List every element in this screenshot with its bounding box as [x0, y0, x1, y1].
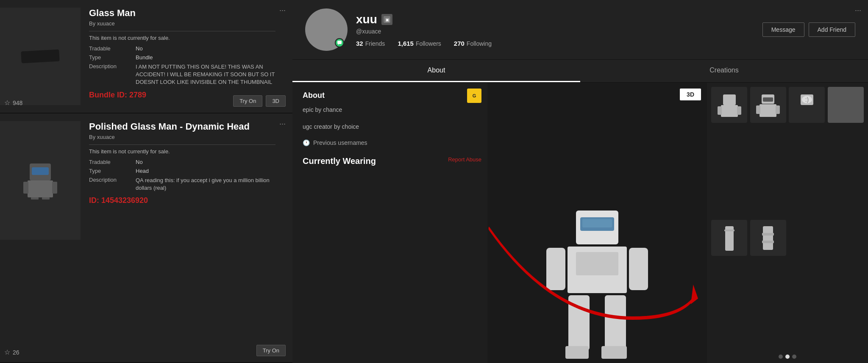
wearing-item-1-svg: [717, 92, 742, 118]
profile-handle: @xuuace: [356, 28, 754, 35]
left-panel: ··· Glass Man By xuuace This item is not…: [0, 0, 292, 363]
chat-icon: [337, 40, 342, 45]
polished-star-icon: ☆: [4, 348, 10, 356]
profile-header: xuu ▣ @xuuace 32 Friends 1,6: [292, 0, 868, 60]
wearing-item-3-svg: :): [794, 92, 820, 118]
svg-text::): :): [805, 96, 809, 103]
polished-desc-label: Description: [89, 177, 136, 183]
svg-rect-32: [756, 105, 760, 114]
glass-man-desc-row: Description I AM NOT PUTTING THIS ON SAL…: [89, 63, 275, 86]
polished-item-id: ID: 14543236920: [89, 196, 275, 205]
type-value: Bundle: [136, 54, 153, 61]
card1-more-button[interactable]: ···: [279, 6, 286, 15]
type-label: Type: [89, 54, 136, 61]
polished-type-value: Head: [136, 168, 149, 174]
svg-rect-15: [582, 219, 612, 227]
polished-actions: Try On: [256, 345, 286, 356]
polished-thumbnail: [0, 121, 81, 240]
tab-creations[interactable]: Creations: [580, 60, 868, 82]
polished-try-on-button[interactable]: Try On: [256, 345, 286, 356]
followers-stat: 1,615 Followers: [398, 40, 441, 47]
favorites-count: 948: [13, 100, 22, 106]
desc-label: Description: [89, 63, 136, 69]
message-button[interactable]: Message: [762, 22, 804, 37]
followers-count: 1,615: [398, 40, 414, 47]
card2-more-button[interactable]: ···: [279, 119, 286, 128]
glass-man-card: ··· Glass Man By xuuace This item is not…: [0, 0, 292, 114]
glass-man-3d-button[interactable]: 3D: [266, 95, 286, 107]
character-svg: [538, 202, 657, 363]
glass-man-type-row: Type Bundle: [89, 54, 275, 61]
svg-rect-33: [776, 105, 780, 114]
star-icon: ☆: [4, 99, 10, 107]
following-count: 270: [454, 40, 465, 47]
following-label: Following: [467, 40, 492, 47]
svg-rect-21: [605, 295, 626, 350]
polished-type-row: Type Head: [89, 168, 275, 174]
glass-man-try-on-button[interactable]: Try On: [233, 95, 262, 107]
svg-rect-41: [762, 241, 774, 243]
followers-label: Followers: [416, 40, 441, 47]
wearing-item-3[interactable]: :): [789, 87, 825, 123]
polished-favorites-count: 26: [13, 349, 19, 356]
profile-name-row: xuu ▣: [356, 13, 754, 26]
verified-svg: ▣: [383, 16, 391, 23]
following-stat: 270 Following: [454, 40, 492, 47]
dot-3: [792, 355, 796, 359]
polished-thumbnail-svg: [23, 161, 57, 200]
report-abuse-button[interactable]: Report Abuse: [448, 156, 481, 163]
polished-desc-row: Description QA reading this: if you acce…: [89, 177, 275, 192]
3d-preview-button[interactable]: 3D: [680, 89, 701, 100]
wearing-item-6[interactable]: [750, 220, 786, 256]
svg-rect-38: [724, 230, 734, 231]
svg-rect-22: [565, 346, 589, 359]
about-text-line1: epic by chance: [303, 105, 477, 114]
wearing-item-5[interactable]: [711, 220, 747, 256]
glass-man-thumbnail: [0, 8, 81, 105]
polished-glass-man-card: ··· Polished G: [0, 114, 292, 363]
glass-man-actions: Try On 3D: [233, 95, 286, 107]
tradable-label: Tradable: [89, 45, 136, 52]
clock-icon: 🕐: [303, 139, 310, 146]
dot-1: [779, 355, 783, 359]
polished-tradable-row: Tradable No: [89, 159, 275, 165]
friends-count: 32: [356, 40, 363, 47]
svg-rect-5: [31, 197, 39, 200]
wearing-preview: 3D: [487, 83, 707, 363]
tab-about[interactable]: About: [292, 60, 580, 82]
svg-rect-4: [52, 182, 57, 194]
svg-marker-24: [691, 285, 698, 304]
dot-indicator-row: [711, 355, 864, 359]
polished-desc-value: QA reading this: if you accept i give yo…: [136, 177, 275, 192]
right-panel: xuu ▣ @xuuace 32 Friends 1,6: [292, 0, 868, 363]
svg-rect-7: [337, 41, 342, 44]
wearing-item-4[interactable]: [828, 87, 864, 123]
svg-rect-6: [42, 197, 50, 200]
polished-title: Polished Glass Man - Dynamic Head: [89, 121, 275, 132]
svg-rect-26: [721, 105, 738, 117]
profile-actions: Message Add Friend: [762, 22, 855, 37]
svg-marker-8: [338, 44, 339, 45]
wearing-item-1[interactable]: [711, 87, 747, 123]
svg-rect-18: [546, 248, 565, 290]
svg-rect-20: [568, 295, 590, 350]
polished-tradable-value: No: [136, 159, 143, 165]
profile-avatar-wrap: [305, 8, 348, 51]
wearing-grid: :): [707, 83, 868, 363]
profile-more-button[interactable]: ···: [855, 6, 861, 15]
svg-rect-17: [576, 252, 618, 275]
svg-rect-30: [763, 97, 773, 102]
polished-author: By xuuace: [89, 134, 275, 140]
verified-icon: ▣: [381, 14, 392, 25]
svg-rect-31: [760, 104, 776, 117]
dot-2: [785, 355, 790, 359]
content-area: G About epic by chance ugc creator by ch…: [292, 83, 868, 363]
svg-text:G: G: [473, 93, 476, 98]
glass-man-favorites: ☆ 948: [4, 99, 22, 107]
glass-man-title: Glass Man: [89, 8, 275, 19]
add-friend-button[interactable]: Add Friend: [809, 22, 855, 37]
prev-usernames-button[interactable]: 🕐 Previous usernames: [303, 139, 367, 146]
wearing-item-2[interactable]: [750, 87, 786, 123]
svg-rect-23: [601, 346, 627, 359]
profile-stats: 32 Friends 1,615 Followers 270 Following: [356, 40, 754, 47]
